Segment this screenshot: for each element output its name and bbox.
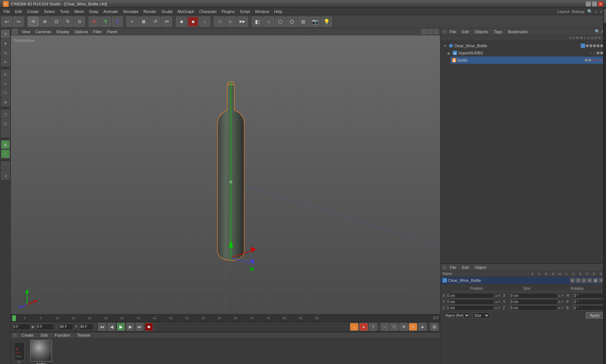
pos-x-input[interactable] — [446, 293, 494, 298]
anim-keys-btn[interactable]: ⟐ — [199, 17, 210, 27]
y-axis-btn[interactable]: Y — [100, 17, 111, 27]
objmgr-bookmarks[interactable]: Bookmarks — [506, 29, 530, 35]
mat-function[interactable]: Function — [53, 332, 72, 338]
vm-view[interactable]: View — [19, 29, 32, 35]
lt-loop[interactable]: ⊗ — [1, 98, 10, 106]
mat-edit[interactable]: Edit — [39, 332, 50, 338]
viewport-expand[interactable] — [421, 29, 426, 34]
objmgr-search-icon[interactable]: 🔍 — [595, 29, 600, 34]
grid-btn[interactable]: ⊞ — [298, 17, 309, 27]
attr-icon5[interactable]: ▦ — [593, 278, 598, 283]
coord-system-dropdown[interactable]: Object (Rel) World Local — [443, 312, 470, 318]
menu-create[interactable]: Create — [25, 9, 41, 14]
menu-plugins[interactable]: Plugins — [220, 9, 237, 14]
maximize-button[interactable]: □ — [592, 1, 597, 6]
add-object-btn[interactable]: + — [127, 17, 137, 27]
attr-edit[interactable]: Edit — [460, 265, 471, 270]
cylinder-btn[interactable]: ⬡ — [275, 17, 286, 27]
render-next-btn[interactable]: ▷ — [225, 17, 236, 27]
menu-help[interactable]: Help — [272, 9, 285, 14]
mode-scale-btn[interactable]: ⊕ — [399, 323, 408, 331]
size-mode-dropdown[interactable]: Size Scale — [473, 312, 490, 318]
array-btn[interactable]: ▦ — [138, 17, 149, 27]
menu-mesh[interactable]: Mesh — [72, 9, 86, 14]
sphere-btn[interactable]: ○ — [263, 17, 274, 27]
obj-row-wine-bottle[interactable]: ▼ Clear_Wine_Bottle — [442, 42, 605, 49]
current-frame-input2[interactable] — [36, 324, 54, 330]
lt-freeform[interactable]: ⬡ — [1, 88, 10, 97]
mode-morphkeys-btn[interactable]: ? — [369, 323, 377, 331]
lt-paint[interactable]: ▦ — [1, 140, 10, 149]
obj-row-hypernurbs[interactable]: ▶ HyperNURBS ✓ ✓ — [446, 49, 605, 57]
objmgr-file[interactable]: File — [448, 29, 458, 35]
objmgr-edit[interactable]: Edit — [460, 29, 471, 35]
menu-character[interactable]: Character — [197, 9, 219, 14]
camera-btn[interactable]: 📷 — [309, 17, 320, 27]
vm-cameras[interactable]: Cameras — [33, 29, 54, 35]
menu-edit[interactable]: Edit — [13, 9, 24, 14]
viewport-grid[interactable] — [427, 29, 432, 34]
menu-sculpt[interactable]: Sculpt — [159, 9, 175, 14]
sweep-btn[interactable]: ↺ — [150, 17, 161, 27]
size-y-arrow[interactable]: ▲▼ — [558, 300, 564, 303]
lt-spline[interactable]: ⌒ — [1, 161, 10, 170]
mode-key-btn[interactable]: ⬦ — [350, 323, 359, 331]
mode-timeline-btn[interactable]: ▤ — [430, 323, 439, 331]
anim-autokey-btn[interactable]: ⏺ — [188, 17, 198, 27]
vm-panel[interactable]: Panel — [105, 29, 119, 35]
vm-display[interactable]: Display — [54, 29, 71, 35]
viewport-layout[interactable] — [434, 29, 439, 34]
attr-icon1[interactable]: ⊕ — [570, 278, 575, 283]
lt-point[interactable]: · — [1, 128, 10, 137]
lt-deform[interactable]: ⊿ — [1, 171, 10, 179]
cube-btn[interactable]: ◧ — [252, 17, 263, 27]
live-selection[interactable]: ⊙ — [74, 17, 85, 27]
attr-icon4[interactable]: ⊗ — [587, 278, 592, 283]
mode-rot-btn[interactable]: ⬡ — [390, 323, 399, 331]
viewport-3d[interactable]: Perspective — [11, 35, 440, 314]
menu-mograph[interactable]: MoGraph — [175, 9, 196, 14]
size-z-arrow[interactable]: ▲▼ — [558, 306, 564, 310]
end-frame-input[interactable] — [59, 324, 73, 330]
home-icon[interactable]: ⌂ — [595, 9, 597, 14]
menu-select[interactable]: Select — [42, 9, 57, 14]
menu-file[interactable]: File — [1, 9, 12, 14]
go-end-btn[interactable]: ⏭ — [136, 323, 144, 331]
move-tool[interactable]: ⊕ — [39, 17, 50, 27]
nurbs-btn[interactable]: ⌬ — [286, 17, 297, 27]
attr-selected-row[interactable]: Clear_Wine_Bottle ⊕ ⊡ ◎ ⊗ ▦ ✕ — [440, 277, 606, 284]
lt-cursor[interactable]: ✛ — [1, 30, 10, 38]
bottle-object[interactable] — [200, 81, 262, 273]
mode-pos-btn[interactable]: ↔ — [381, 323, 389, 331]
rot-p-input[interactable] — [573, 299, 606, 305]
close-button[interactable]: ✕ — [598, 1, 603, 6]
expand-icon[interactable]: ⤢ — [600, 9, 603, 14]
record-btn[interactable]: ⏺ — [145, 323, 153, 331]
apply-button[interactable]: Apply — [586, 312, 604, 319]
redo-button[interactable]: ↪ — [13, 17, 24, 27]
material-item[interactable]: bottle — [30, 340, 52, 364]
attr-object[interactable]: Object — [473, 265, 488, 270]
current-frame-input[interactable] — [12, 324, 30, 330]
size-x-input[interactable] — [510, 293, 558, 298]
size-z-input[interactable] — [509, 305, 557, 311]
obj-row-bottle[interactable]: bottle ✕ ✕ ✕ — [451, 57, 605, 64]
anim-record-btn[interactable]: ⏺ — [176, 17, 187, 27]
attr-icon3[interactable]: ◎ — [581, 278, 587, 283]
cursor-tool[interactable]: ✛ — [28, 17, 39, 27]
material-thumb[interactable] — [30, 340, 52, 361]
pos-y-input[interactable] — [446, 299, 494, 305]
render-prev-btn[interactable]: ◁ — [214, 17, 225, 27]
pos-z-arrow[interactable]: ▲▼ — [495, 306, 500, 310]
right-scrollbar[interactable] — [603, 8, 606, 364]
render-all-btn[interactable]: ▶▶ — [237, 17, 248, 27]
lt-move[interactable]: ⊕ — [1, 39, 10, 48]
boole-btn[interactable]: ⋈ — [161, 17, 172, 27]
lt-rect[interactable]: ▭ — [1, 79, 10, 88]
menu-script[interactable]: Script — [238, 9, 252, 14]
objmgr-objects[interactable]: Objects — [473, 29, 490, 35]
lt-sculpt[interactable]: ⌇ — [1, 150, 10, 158]
timeline[interactable]: 0 5 10 15 20 25 30 35 40 45 50 55 60 65 … — [11, 314, 440, 321]
undo-button[interactable]: ↩ — [1, 17, 12, 27]
menu-render[interactable]: Render — [141, 9, 159, 14]
